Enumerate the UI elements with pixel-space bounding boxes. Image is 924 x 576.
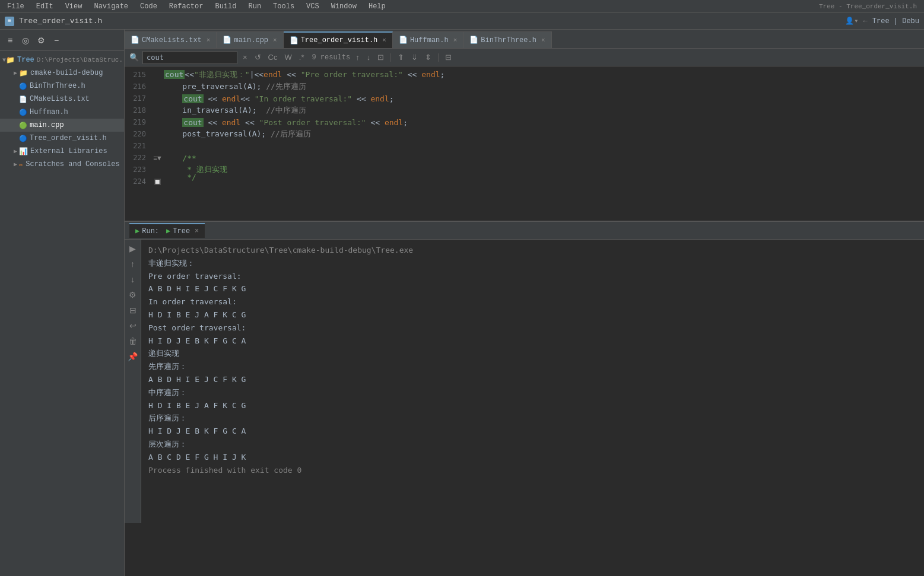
- search-regex-button[interactable]: .*: [297, 52, 306, 63]
- menu-refactor[interactable]: Refactor: [167, 1, 206, 12]
- tab-tree-order[interactable]: 📄 Tree_order_visit.h ×: [284, 31, 393, 48]
- tree-item-main[interactable]: 🟢 main.cpp: [0, 119, 124, 132]
- tab-icon-cmakelists: 📄: [131, 36, 139, 44]
- nav-back-icon[interactable]: ←: [863, 17, 868, 26]
- console-line-8: 递归实现: [148, 348, 917, 360]
- search-lines-down-button[interactable]: ⇓: [409, 52, 420, 63]
- tree-extlibs-arrow: ▶: [12, 148, 19, 155]
- line-num-222: 222: [125, 154, 153, 162]
- tab-icon-tree-order: 📄: [290, 36, 299, 45]
- code-line-216: 216 pre_traversal(A); //先序遍历: [125, 81, 924, 93]
- code-line-220: 220 post_traversal(A); //后序遍历: [125, 128, 924, 140]
- tree-cmake-folder-icon: 📁: [19, 69, 28, 78]
- settings-button[interactable]: ⚙: [126, 288, 139, 301]
- tab-label-cmakelists: CMakeLists.txt: [142, 36, 202, 44]
- tab-close-main[interactable]: ×: [273, 37, 277, 44]
- search-word-button[interactable]: W: [282, 52, 293, 63]
- console-left-btns: ▶ ↑ ↓ ⚙ ⊟ ↩ 🗑 📌: [125, 240, 141, 523]
- tree-root-folder-icon: 📁: [6, 56, 15, 65]
- console-line-10: A B D H I E J C F K G: [148, 374, 917, 386]
- search-lines-both-button[interactable]: ⇕: [423, 52, 433, 63]
- menu-help[interactable]: Help: [366, 1, 388, 12]
- search-separator: [390, 53, 391, 62]
- tree-item-cmake[interactable]: ▶ 📁 cmake-build-debug: [0, 66, 124, 79]
- softrap-button[interactable]: ↩: [126, 319, 139, 332]
- search-expand-button[interactable]: ⊡: [376, 52, 386, 63]
- pin-button[interactable]: 📌: [126, 350, 139, 363]
- run-tab[interactable]: ▶ Run: ▶ Tree ×: [129, 223, 205, 238]
- sidebar-options-button[interactable]: ⚙: [34, 34, 47, 47]
- scroll-down-button[interactable]: ↓: [126, 273, 139, 286]
- scroll-up-button[interactable]: ↑: [126, 257, 139, 271]
- menu-tools[interactable]: Tools: [271, 1, 297, 12]
- window-label: Tree | Debu: [872, 17, 919, 26]
- line-num-218: 218: [125, 106, 153, 114]
- console-line-14: H I D J E B K F G C A: [148, 425, 917, 438]
- line-content-217: cout << endl<< "In order traversal:" << …: [161, 94, 924, 103]
- main-layout: ≡ ◎ ⚙ − ▼ 📁 Tree D:\Projects\DataStruc..…: [0, 30, 924, 576]
- search-refresh-button[interactable]: ↺: [253, 52, 263, 63]
- search-input[interactable]: [142, 51, 237, 64]
- title-bar-right: 👤▾ ← Tree | Debu: [845, 17, 919, 26]
- tree-item-cmake-lists[interactable]: 📄 CMakeLists.txt: [0, 93, 124, 106]
- search-next-button[interactable]: ↓: [365, 52, 373, 63]
- search-lines-up-button[interactable]: ⇑: [396, 52, 406, 63]
- tab-close-tree-order[interactable]: ×: [382, 37, 386, 44]
- bottom-panel: ▶ Run: ▶ Tree × ▶ ↑ ↓ ⚙: [125, 221, 924, 523]
- tree-file-icon-binthrthree: 🔵: [19, 82, 27, 90]
- code-line-218: 218 in_traversal(A); //中序遍历: [125, 104, 924, 116]
- sidebar-minimize-button[interactable]: −: [50, 34, 63, 47]
- menu-code[interactable]: Code: [138, 1, 160, 12]
- menu-vcs[interactable]: VCS: [304, 1, 322, 12]
- console-output: D:\Projects\DataStructure\Tree\cmake-bui…: [141, 240, 924, 523]
- tree-extlibs-label: External Libraries: [30, 147, 107, 155]
- tree-root[interactable]: ▼ 📁 Tree D:\Projects\DataStruc...: [0, 53, 124, 66]
- user-icon[interactable]: 👤▾: [845, 17, 858, 26]
- format-button[interactable]: ⊟: [126, 304, 139, 317]
- menu-bar: File EdIt View Navigate Code Refactor Bu…: [0, 0, 924, 13]
- console-line-9: 先序遍历：: [148, 361, 917, 373]
- tree-item-huffman[interactable]: 🔵 Huffman.h: [0, 106, 124, 119]
- tab-cmakelists[interactable]: 📄 CMakeLists.txt ×: [125, 31, 217, 48]
- menu-view[interactable]: View: [63, 1, 85, 12]
- console-line-5: H D I B E J A F K C G: [148, 309, 917, 322]
- menu-run[interactable]: Run: [246, 1, 263, 12]
- menu-window[interactable]: Window: [329, 1, 359, 12]
- search-filter-button[interactable]: ⊟: [443, 52, 453, 63]
- tab-icon-huffman: 📄: [399, 36, 408, 44]
- tree-item-tree-order[interactable]: 🔵 Tree_order_visit.h: [0, 132, 124, 145]
- search-case-button[interactable]: Cc: [266, 52, 280, 63]
- tree-binthrthree-label: BinThrThree.h: [30, 82, 85, 90]
- tree-item-binthrthree[interactable]: 🔵 BinThrThree.h: [0, 79, 124, 93]
- menu-file[interactable]: File: [5, 1, 27, 12]
- tab-close-binthrthree[interactable]: ×: [541, 37, 545, 44]
- line-num-221: 221: [125, 142, 153, 150]
- clear-button[interactable]: 🗑: [126, 335, 139, 348]
- menu-build[interactable]: Build: [212, 1, 239, 12]
- code-editor[interactable]: 215 cout<<"非递归实现："|<<endl << "Pre order …: [125, 66, 924, 221]
- line-num-219: 219: [125, 118, 153, 126]
- collapse-all-button[interactable]: ≡: [4, 34, 17, 47]
- search-prev-button[interactable]: ↑: [354, 52, 361, 63]
- sidebar: ≡ ◎ ⚙ − ▼ 📁 Tree D:\Projects\DataStruc..…: [0, 30, 125, 576]
- menu-edit[interactable]: EdIt: [34, 1, 56, 12]
- tab-close-huffman[interactable]: ×: [453, 37, 458, 44]
- tree-root-label: Tree: [17, 56, 34, 64]
- run-tab-close[interactable]: ×: [195, 227, 199, 236]
- menu-navigate[interactable]: Navigate: [91, 1, 131, 12]
- code-line-215: 215 cout<<"非递归实现："|<<endl << "Pre order …: [125, 69, 924, 81]
- tab-huffman[interactable]: 📄 Huffman.h ×: [393, 31, 463, 48]
- tree-item-scratches[interactable]: ▶ ✏ Scratches and Consoles: [0, 158, 124, 171]
- search-close-button[interactable]: ×: [241, 52, 249, 63]
- rerun-button[interactable]: ▶: [126, 242, 139, 255]
- line-content-222: /**: [161, 154, 924, 163]
- tab-label-huffman: Huffman.h: [410, 36, 449, 44]
- tab-close-cmakelists[interactable]: ×: [207, 37, 211, 44]
- tab-binthrthree[interactable]: 📄 BinThrThree.h ×: [463, 31, 551, 48]
- tab-main[interactable]: 📄 main.cpp ×: [217, 31, 283, 48]
- tree-item-external-libs[interactable]: ▶ 📊 External Libraries: [0, 145, 124, 158]
- line-content-218: in_traversal(A); //中序遍历: [161, 105, 924, 116]
- tab-icon-binthrthree: 📄: [469, 36, 478, 44]
- console-line-13: 后序遍历：: [148, 412, 917, 425]
- locate-file-button[interactable]: ◎: [19, 34, 32, 47]
